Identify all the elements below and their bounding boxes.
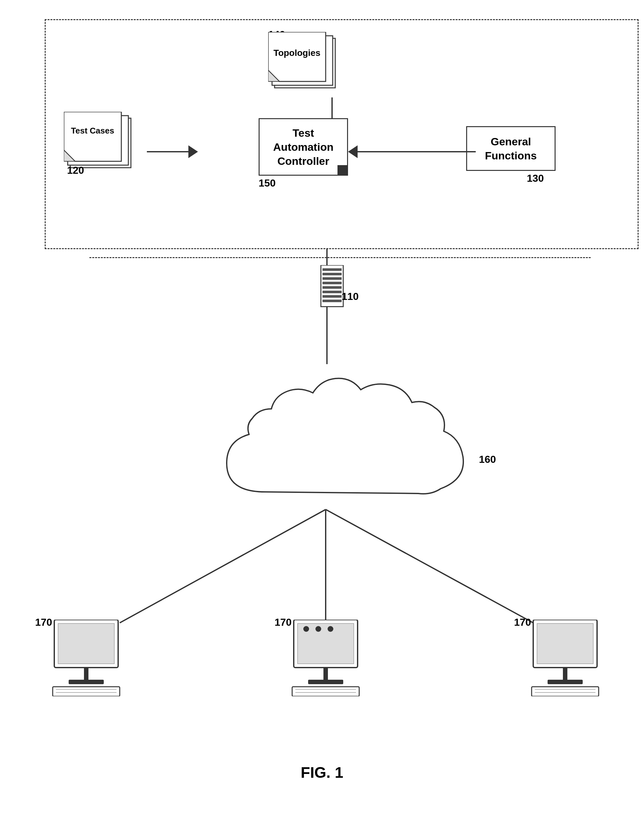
svg-rect-13	[323, 277, 341, 280]
dot-2	[315, 626, 321, 632]
cloud-svg	[195, 358, 476, 524]
network-device-icon	[316, 265, 348, 310]
svg-rect-32	[308, 680, 343, 684]
svg-rect-37	[537, 624, 593, 664]
server-svg	[316, 265, 348, 310]
svg-rect-39	[548, 680, 583, 684]
svg-rect-11	[323, 268, 341, 271]
svg-rect-18	[323, 300, 341, 302]
dot-1	[303, 626, 309, 632]
cloud-icon	[195, 358, 476, 524]
diagram-container: 140 Topologies	[26, 13, 618, 800]
computer-left: 170	[51, 620, 121, 696]
svg-rect-25	[69, 680, 104, 684]
line-box-to-server	[326, 249, 327, 267]
svg-rect-12	[323, 273, 341, 275]
controller-corner	[337, 165, 347, 175]
computer-right-ref-label: 170	[514, 616, 531, 628]
test-cases-icon: Test Cases 120	[64, 112, 141, 177]
svg-text:Test Cases: Test Cases	[71, 126, 114, 135]
svg-rect-40	[532, 687, 599, 696]
svg-rect-31	[323, 668, 328, 680]
general-functions-ref-label: 130	[527, 172, 544, 184]
computer-left-ref-label: 170	[35, 616, 52, 628]
topologies-pages-svg: Topologies	[268, 32, 345, 96]
test-cases-ref-label: 120	[67, 165, 84, 176]
svg-line-21	[326, 509, 533, 623]
svg-rect-38	[563, 668, 567, 680]
topologies-icon: Topologies	[268, 32, 345, 97]
svg-rect-15	[323, 286, 341, 289]
svg-line-19	[120, 509, 326, 623]
general-functions-label: GeneralFunctions	[485, 135, 537, 163]
computer-right-svg	[530, 620, 600, 696]
section-divider	[89, 257, 591, 258]
controller-label: TestAutomationController	[273, 126, 334, 168]
svg-rect-14	[323, 282, 341, 284]
svg-text:Topologies: Topologies	[273, 48, 320, 58]
svg-rect-24	[84, 668, 88, 680]
line-server-to-cloud	[326, 307, 327, 364]
svg-rect-26	[53, 687, 120, 696]
svg-rect-23	[58, 624, 114, 664]
computer-right: 170	[530, 620, 600, 696]
computer-left-svg	[51, 620, 121, 696]
dot-3	[327, 626, 333, 632]
svg-rect-33	[292, 687, 359, 696]
svg-rect-16	[323, 291, 341, 293]
figure-caption: FIG. 1	[301, 764, 343, 781]
svg-marker-7	[64, 112, 121, 161]
network-device-ref-label: 110	[341, 291, 358, 303]
controller-ref-label: 150	[259, 177, 276, 189]
general-functions-box: GeneralFunctions	[466, 126, 556, 171]
ellipsis-dots	[303, 626, 333, 632]
svg-rect-17	[323, 295, 341, 298]
test-cases-to-controller-arrow	[147, 145, 198, 158]
controller-box: TestAutomationController	[259, 118, 348, 176]
general-functions-to-controller-arrow	[348, 145, 476, 158]
computer-center-ref-label: 170	[275, 616, 292, 628]
cloud-ref-label: 160	[479, 453, 496, 466]
